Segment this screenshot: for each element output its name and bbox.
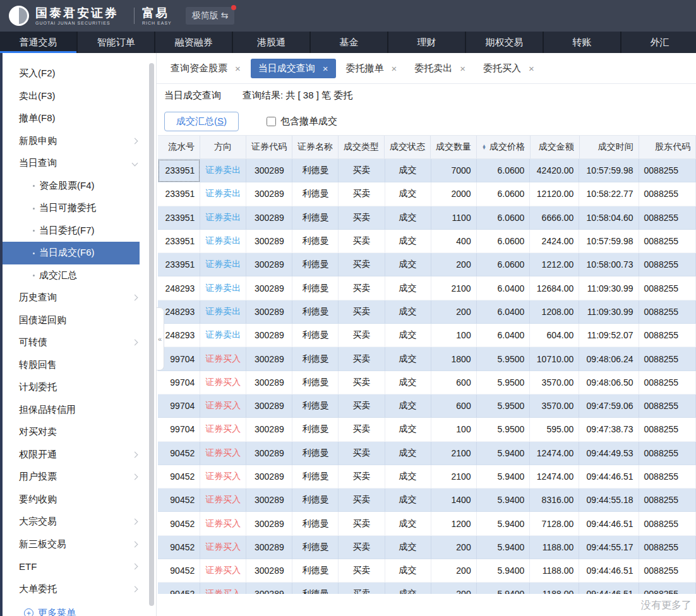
sidebar-item-cancel-f8[interactable]: 撤单(F8) [0,107,156,130]
column-header-trade-qty[interactable]: 成交数量 [431,136,477,158]
sidebar-item-fund-stock-f4[interactable]: 资金股票(F4) [0,175,156,198]
include-cancel-trades-checkbox[interactable] [267,117,276,126]
nav-tab-hk-stock-connect[interactable]: 港股通 [233,32,311,53]
sidebar-item-share-conversion-resale[interactable]: 转股回售 [0,354,156,377]
table-row[interactable]: 90452证券买入300289利德曼买卖成交14005.94008316.000… [158,489,696,512]
cell-stock-name: 利德曼 [292,465,339,489]
table-row[interactable]: 90452证券买入300289利德曼买卖成交21005.940012474.00… [158,465,696,489]
column-header-trade-amount[interactable]: 成交金额 [531,136,580,158]
sidebar-item-etf[interactable]: ETF [0,555,156,578]
nav-tab-smart-order[interactable]: 智能订单 [78,32,155,53]
trades-table-body: 233951证券卖出300289利德曼买卖成交70006.060042420.0… [158,159,696,594]
workspace-tab-order-buy[interactable]: 委托买入× [476,59,542,78]
cell-trade-time: 10:58:22.77 [579,182,639,206]
nav-tab-wealth[interactable]: 理财 [388,32,466,53]
sidebar-item-planned-order[interactable]: 计划委托 [0,376,156,399]
workspace-tab-order-cancel[interactable]: 委托撤单× [339,59,405,78]
table-row[interactable]: 90452证券买入300289利德曼买卖成交2005.94001188.0009… [158,536,696,559]
no-more-text: 没有更多了 [641,599,692,612]
cell-stock-code: 300289 [246,371,292,394]
column-header-trade-time[interactable]: 成交时间 [580,136,639,158]
tab-close-icon[interactable]: × [529,63,534,74]
cell-trade-qty: 200 [431,253,477,276]
column-header-shareholder-code[interactable]: 股东代码 [639,136,696,158]
nav-tab-ordinary-trade[interactable]: 普通交易 [0,32,78,53]
cell-direction: 证券买入 [200,418,246,441]
sidebar-item-convertible-bond[interactable]: 可转债 [0,331,156,354]
trade-summary-button[interactable]: 成交汇总(S) [164,112,239,131]
table-row[interactable]: 233951证券卖出300289利德曼买卖成交70006.060042420.0… [158,159,696,182]
sidebar-item-sell-f3[interactable]: 卖出(F3) [0,85,156,108]
table-row[interactable]: 233951证券卖出300289利德曼买卖成交2006.06001212.001… [158,253,696,276]
column-header-direction[interactable]: 方向 [200,136,246,158]
table-row[interactable]: 90452证券买入300289利德曼买卖成交2005.94001188.0009… [158,559,696,583]
sidebar-item-treasury-reverse-repo[interactable]: 国债逆回购 [0,309,156,332]
table-row[interactable]: 99704证券买入300289利德曼买卖成交6005.95003570.0009… [158,371,696,394]
table-row[interactable]: 233951证券卖出300289利德曼买卖成交4006.06002424.001… [158,230,696,253]
sidebar-item-today-query[interactable]: 当日查询 [0,152,156,175]
column-header-stock-code[interactable]: 证券代码 [246,136,292,158]
sidebar-item-neeq-trade[interactable]: 新三板交易 [0,533,156,556]
table-row[interactable]: 90452证券买入300289利德曼买卖成交12005.94007128.000… [158,512,696,535]
cell-trade-price: 6.0600 [477,159,531,182]
table-row[interactable]: 99704证券买入300289利德曼买卖成交6005.95003570.0009… [158,394,696,418]
cell-trade-amount: 1188.00 [530,536,579,559]
table-row[interactable]: 248293证券卖出300289利德曼买卖成交21006.040012684.0… [158,276,696,300]
sidebar-item-label: 新股申购 [19,135,133,147]
nav-tab-forex[interactable]: 外汇 [621,32,696,53]
tab-close-icon[interactable]: × [460,63,465,74]
main-nav: 普通交易智能订单融资融券港股通基金理财期权交易转账外汇 [0,32,696,53]
cell-serial-no: 233951 [158,206,200,230]
column-header-trade-type[interactable]: 成交类型 [339,136,385,158]
nav-tab-transfer[interactable]: 转账 [544,32,621,53]
nav-tab-margin-trading[interactable]: 融资融券 [155,32,233,53]
tab-close-icon[interactable]: × [235,63,241,74]
cell-trade-status: 成交 [385,512,431,535]
column-header-trade-status[interactable]: 成交状态 [385,136,431,158]
cell-trade-price: 5.9400 [477,465,531,489]
table-row[interactable]: 233951证券卖出300289利德曼买卖成交11006.06006666.00… [158,206,696,230]
sidebar-collapse-handle[interactable]: « [157,307,164,370]
sidebar-item-trade-summary[interactable]: 成交汇总 [0,264,156,287]
table-row[interactable]: 99704证券买入300289利德曼买卖成交18005.950010710.00… [158,347,696,370]
sidebar-scrollbar[interactable] [149,63,154,606]
sidebar-item-tender-offer[interactable]: 要约收购 [0,489,156,511]
table-row[interactable]: 90452证券买入300289利德曼买卖成交2005.94001188.0009… [158,583,696,594]
sidebar-item-history-query[interactable]: 历史查询 [0,287,156,309]
sidebar-item-user-voting[interactable]: 用户投票 [0,466,156,489]
cell-serial-no: 233951 [158,182,200,206]
table-row[interactable]: 90452证券买入300289利德曼买卖成交21005.940012474.00… [158,442,696,465]
sort-icon[interactable]: ▲▼ [482,145,486,150]
cell-stock-code: 300289 [246,465,292,489]
table-row[interactable]: 248293证券卖出300289利德曼买卖成交1006.0400604.0011… [158,324,696,347]
nav-tab-options-trade[interactable]: 期权交易 [466,32,544,53]
sidebar-item-ipo-subscription[interactable]: 新股申购 [0,130,156,153]
column-header-stock-name[interactable]: 证券名称 [292,136,339,158]
tab-close-icon[interactable]: × [323,63,328,74]
sidebar-item-paired-buy-sell[interactable]: 对买对卖 [0,421,156,444]
sidebar-item-collateral-to-credit[interactable]: 担保品转信用 [0,399,156,422]
table-row[interactable]: 233951证券卖出300289利德曼买卖成交20006.060012120.0… [158,182,696,206]
table-row[interactable]: 99704证券买入300289利德曼买卖成交1005.9500595.0009:… [158,418,696,441]
workspace-tab-today-trade-query[interactable]: 当日成交查询× [251,59,336,78]
cell-stock-name: 利德曼 [292,559,339,583]
table-row[interactable]: 248293证券卖出300289利德曼买卖成交2006.04001208.001… [158,300,696,324]
cell-trade-qty: 200 [431,559,477,583]
workspace-tab-query-fund-stock[interactable]: 查询资金股票× [163,59,248,78]
cell-trade-amount: 1212.00 [530,253,579,276]
sidebar-item-today-orders-f7[interactable]: 当日委托(F7) [0,220,156,242]
sidebar-item-large-order[interactable]: 大单委托 [0,578,156,601]
nav-tab-fund[interactable]: 基金 [311,32,388,53]
workspace-tab-order-sell[interactable]: 委托卖出× [407,59,473,78]
cell-shareholder-code: 0088255 [639,371,696,394]
sidebar-item-today-cancelable[interactable]: 当日可撤委托 [0,197,156,220]
tab-close-icon[interactable]: × [392,63,397,74]
sidebar-item-buy-f2[interactable]: 买入(F2) [0,62,156,85]
more-menu-button[interactable]: + 更多菜单 [24,607,76,616]
version-switch-button[interactable]: 极简版 ⇆ [186,7,235,25]
column-header-trade-price[interactable]: ▲▼成交价格 [477,136,531,158]
sidebar-item-permission-activation[interactable]: 权限开通 [0,444,156,466]
sidebar-item-block-trade[interactable]: 大宗交易 [0,511,156,533]
sidebar-item-today-trades-f6[interactable]: 当日成交(F6) [3,242,140,264]
column-header-serial-no[interactable]: 流水号 [158,136,200,158]
